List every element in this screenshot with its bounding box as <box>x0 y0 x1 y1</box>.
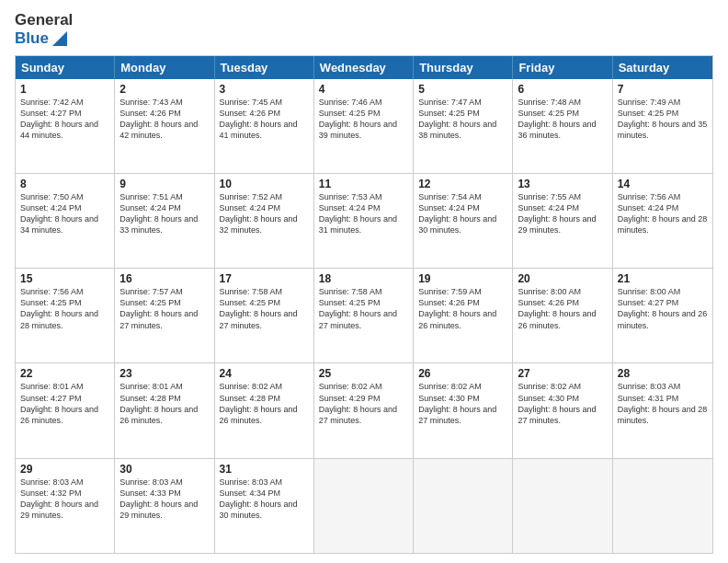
day-cell-15: 15Sunrise: 7:56 AMSunset: 4:25 PMDayligh… <box>16 269 115 362</box>
day-number: 17 <box>220 272 309 285</box>
day-number: 20 <box>518 272 607 285</box>
day-info: Sunrise: 7:58 AMSunset: 4:25 PMDaylight:… <box>220 286 309 331</box>
day-cell-6: 6Sunrise: 7:48 AMSunset: 4:25 PMDaylight… <box>513 79 612 173</box>
day-info: Sunrise: 7:48 AMSunset: 4:25 PMDaylight:… <box>518 97 607 142</box>
day-number: 9 <box>119 178 209 190</box>
day-number: 1 <box>20 83 109 96</box>
header-day-saturday: Saturday <box>613 56 712 79</box>
empty-cell <box>314 459 414 553</box>
header-day-monday: Monday <box>115 56 214 79</box>
day-number: 14 <box>618 178 708 190</box>
day-number: 24 <box>220 367 309 380</box>
day-cell-23: 23Sunrise: 8:01 AMSunset: 4:28 PMDayligh… <box>115 363 214 457</box>
day-info: Sunrise: 8:00 AMSunset: 4:26 PMDaylight:… <box>518 286 607 331</box>
day-cell-26: 26Sunrise: 8:02 AMSunset: 4:30 PMDayligh… <box>414 363 513 457</box>
day-cell-9: 9Sunrise: 7:51 AMSunset: 4:24 PMDaylight… <box>115 174 214 268</box>
header: General Blue <box>15 11 713 48</box>
day-info: Sunrise: 8:03 AMSunset: 4:31 PMDaylight:… <box>618 381 708 426</box>
day-info: Sunrise: 7:58 AMSunset: 4:25 PMDaylight:… <box>319 286 408 331</box>
day-cell-28: 28Sunrise: 8:03 AMSunset: 4:31 PMDayligh… <box>613 363 712 457</box>
day-number: 23 <box>119 367 209 380</box>
day-cell-4: 4Sunrise: 7:46 AMSunset: 4:25 PMDaylight… <box>314 79 414 173</box>
day-cell-13: 13Sunrise: 7:55 AMSunset: 4:24 PMDayligh… <box>513 174 612 268</box>
day-info: Sunrise: 7:51 AMSunset: 4:24 PMDaylight:… <box>119 191 209 236</box>
day-cell-20: 20Sunrise: 8:00 AMSunset: 4:26 PMDayligh… <box>513 269 612 362</box>
day-number: 19 <box>418 272 507 285</box>
day-info: Sunrise: 8:01 AMSunset: 4:27 PMDaylight:… <box>20 381 109 426</box>
day-cell-7: 7Sunrise: 7:49 AMSunset: 4:25 PMDaylight… <box>613 79 712 173</box>
day-info: Sunrise: 7:56 AMSunset: 4:24 PMDaylight:… <box>618 191 708 236</box>
day-cell-19: 19Sunrise: 7:59 AMSunset: 4:26 PMDayligh… <box>414 269 513 362</box>
week-row-2: 8Sunrise: 7:50 AMSunset: 4:24 PMDaylight… <box>16 173 712 268</box>
day-cell-21: 21Sunrise: 8:00 AMSunset: 4:27 PMDayligh… <box>613 269 712 362</box>
day-number: 21 <box>618 272 708 285</box>
calendar-header: SundayMondayTuesdayWednesdayThursdayFrid… <box>16 56 712 79</box>
header-day-wednesday: Wednesday <box>314 56 414 79</box>
day-cell-16: 16Sunrise: 7:57 AMSunset: 4:25 PMDayligh… <box>115 269 214 362</box>
day-info: Sunrise: 7:43 AMSunset: 4:26 PMDaylight:… <box>119 97 209 142</box>
day-info: Sunrise: 8:02 AMSunset: 4:28 PMDaylight:… <box>220 381 309 426</box>
page: General Blue SundayMondayTuesdayWednesda… <box>0 0 728 563</box>
day-cell-5: 5Sunrise: 7:47 AMSunset: 4:25 PMDaylight… <box>414 79 513 173</box>
day-cell-2: 2Sunrise: 7:43 AMSunset: 4:26 PMDaylight… <box>115 79 214 173</box>
day-cell-1: 1Sunrise: 7:42 AMSunset: 4:27 PMDaylight… <box>16 79 115 173</box>
day-cell-22: 22Sunrise: 8:01 AMSunset: 4:27 PMDayligh… <box>16 363 115 457</box>
day-cell-12: 12Sunrise: 7:54 AMSunset: 4:24 PMDayligh… <box>414 174 513 268</box>
day-info: Sunrise: 7:45 AMSunset: 4:26 PMDaylight:… <box>220 97 309 142</box>
day-info: Sunrise: 8:02 AMSunset: 4:30 PMDaylight:… <box>518 381 607 426</box>
week-row-4: 22Sunrise: 8:01 AMSunset: 4:27 PMDayligh… <box>16 362 712 457</box>
logo-triangle-icon <box>51 29 69 48</box>
day-number: 11 <box>319 178 408 190</box>
day-info: Sunrise: 7:59 AMSunset: 4:26 PMDaylight:… <box>418 286 507 331</box>
day-number: 3 <box>220 83 309 96</box>
day-info: Sunrise: 7:57 AMSunset: 4:25 PMDaylight:… <box>119 286 209 331</box>
day-number: 22 <box>20 367 109 380</box>
day-info: Sunrise: 7:55 AMSunset: 4:24 PMDaylight:… <box>518 191 607 236</box>
header-day-thursday: Thursday <box>414 56 513 79</box>
week-row-5: 29Sunrise: 8:03 AMSunset: 4:32 PMDayligh… <box>16 458 712 553</box>
header-day-sunday: Sunday <box>16 56 115 79</box>
day-cell-25: 25Sunrise: 8:02 AMSunset: 4:29 PMDayligh… <box>314 363 414 457</box>
day-info: Sunrise: 7:49 AMSunset: 4:25 PMDaylight:… <box>618 97 708 142</box>
day-number: 16 <box>119 272 209 285</box>
day-cell-10: 10Sunrise: 7:52 AMSunset: 4:24 PMDayligh… <box>215 174 314 268</box>
day-info: Sunrise: 7:50 AMSunset: 4:24 PMDaylight:… <box>20 191 109 236</box>
day-number: 18 <box>319 272 408 285</box>
day-info: Sunrise: 8:03 AMSunset: 4:33 PMDaylight:… <box>119 477 209 522</box>
day-info: Sunrise: 7:54 AMSunset: 4:24 PMDaylight:… <box>418 191 507 236</box>
day-number: 5 <box>418 83 507 96</box>
week-row-3: 15Sunrise: 7:56 AMSunset: 4:25 PMDayligh… <box>16 268 712 362</box>
day-number: 6 <box>518 83 607 96</box>
day-info: Sunrise: 8:03 AMSunset: 4:32 PMDaylight:… <box>20 477 109 522</box>
day-cell-3: 3Sunrise: 7:45 AMSunset: 4:26 PMDaylight… <box>215 79 314 173</box>
day-info: Sunrise: 8:02 AMSunset: 4:29 PMDaylight:… <box>319 381 408 426</box>
day-cell-24: 24Sunrise: 8:02 AMSunset: 4:28 PMDayligh… <box>215 363 314 457</box>
day-number: 29 <box>20 463 109 476</box>
day-info: Sunrise: 7:47 AMSunset: 4:25 PMDaylight:… <box>418 97 507 142</box>
header-day-tuesday: Tuesday <box>215 56 314 79</box>
day-info: Sunrise: 7:56 AMSunset: 4:25 PMDaylight:… <box>20 286 109 331</box>
day-cell-31: 31Sunrise: 8:03 AMSunset: 4:34 PMDayligh… <box>215 459 314 553</box>
day-info: Sunrise: 7:52 AMSunset: 4:24 PMDaylight:… <box>220 191 309 236</box>
empty-cell <box>414 459 513 553</box>
day-cell-30: 30Sunrise: 8:03 AMSunset: 4:33 PMDayligh… <box>115 459 214 553</box>
day-info: Sunrise: 8:01 AMSunset: 4:28 PMDaylight:… <box>119 381 209 426</box>
svg-marker-0 <box>52 31 67 46</box>
day-cell-27: 27Sunrise: 8:02 AMSunset: 4:30 PMDayligh… <box>513 363 612 457</box>
day-info: Sunrise: 7:42 AMSunset: 4:27 PMDaylight:… <box>20 97 109 142</box>
day-cell-11: 11Sunrise: 7:53 AMSunset: 4:24 PMDayligh… <box>314 174 414 268</box>
day-number: 15 <box>20 272 109 285</box>
day-number: 7 <box>618 83 708 96</box>
day-info: Sunrise: 8:02 AMSunset: 4:30 PMDaylight:… <box>418 381 507 426</box>
day-number: 10 <box>220 178 309 190</box>
day-number: 8 <box>20 178 109 190</box>
day-number: 13 <box>518 178 607 190</box>
calendar: SundayMondayTuesdayWednesdayThursdayFrid… <box>15 55 713 554</box>
week-row-1: 1Sunrise: 7:42 AMSunset: 4:27 PMDaylight… <box>16 79 712 173</box>
day-number: 12 <box>418 178 507 190</box>
day-number: 26 <box>418 367 507 380</box>
day-cell-18: 18Sunrise: 7:58 AMSunset: 4:25 PMDayligh… <box>314 269 414 362</box>
day-info: Sunrise: 7:46 AMSunset: 4:25 PMDaylight:… <box>319 97 408 142</box>
empty-cell <box>613 459 712 553</box>
day-number: 25 <box>319 367 408 380</box>
